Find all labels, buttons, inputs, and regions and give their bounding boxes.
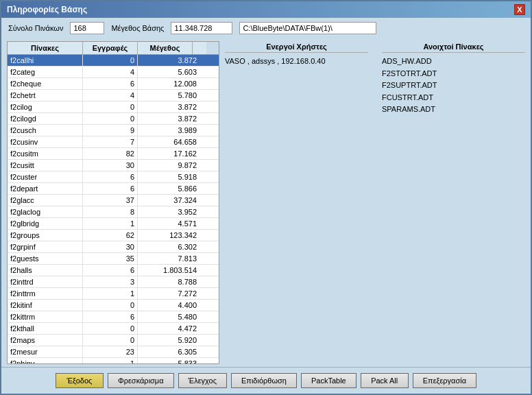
table-row[interactable]: f2cilogd03.872	[8, 113, 219, 125]
table-row[interactable]: f2cusch93.989	[8, 125, 219, 136]
cell-name: f2callhi	[8, 55, 83, 66]
cell-size: 4.472	[138, 323, 200, 334]
refresh-button[interactable]: Φρεσκάρισμα	[108, 373, 174, 388]
table-row[interactable]: f2glbridg14.571	[8, 218, 219, 230]
table-row[interactable]: f2cheque612.008	[8, 78, 219, 90]
check-button[interactable]: Έλεγχος	[178, 373, 227, 388]
cell-size: 123.342	[138, 230, 200, 241]
content-area: Πίνακες Εγγραφές Μέγεθος f2callhi03.872f…	[1, 38, 531, 367]
active-users-panel: Ενεργοί Χρήστες VASO , adssys , 192.168.…	[225, 41, 368, 364]
total-label: Σύνολο Πινάκων	[8, 24, 63, 32]
cell-size: 4.400	[138, 300, 200, 311]
cell-records: 1	[83, 358, 138, 364]
size-input[interactable]	[171, 22, 232, 34]
cell-records: 3	[83, 276, 138, 287]
info-panels: Ενεργοί Χρήστες VASO , adssys , 192.168.…	[225, 41, 525, 364]
exit-button[interactable]: Έξοδος	[56, 373, 104, 388]
cell-name: f2depart	[8, 183, 83, 194]
table-row[interactable]: f2mesur236.305	[8, 346, 219, 358]
cell-size: 3.989	[138, 125, 200, 136]
cell-records: 0	[83, 55, 138, 66]
table-row[interactable]: f2grpinf306.302	[8, 241, 219, 253]
table-row[interactable]: f2kthall04.472	[8, 323, 219, 335]
cell-records: 0	[83, 323, 138, 334]
cell-name: f2inttrm	[8, 288, 83, 299]
cell-records: 4	[83, 67, 138, 77]
table-row[interactable]: f2guests357.813	[8, 253, 219, 265]
open-table-item: SPARAMS.ADT	[382, 104, 525, 116]
cell-records: 30	[83, 241, 138, 252]
cell-name: f2maps	[8, 335, 83, 346]
cell-size: 3.872	[138, 55, 200, 66]
table-row[interactable]: f2chetrt45.780	[8, 90, 219, 101]
table-row[interactable]: f2cusitt309.872	[8, 160, 219, 171]
cell-name: f2kthall	[8, 323, 83, 334]
pack-table-button[interactable]: PackTable	[301, 373, 356, 388]
path-input[interactable]	[239, 22, 376, 34]
table-row[interactable]: f2inttrm17.272	[8, 288, 219, 300]
col-header-size: Μέγεθος	[138, 42, 193, 54]
table-row[interactable]: f2depart65.866	[8, 183, 219, 195]
cell-records: 35	[83, 253, 138, 264]
cell-records: 0	[83, 113, 138, 124]
cell-name: f2cusch	[8, 125, 83, 136]
table-row[interactable]: f2glaclog83.952	[8, 206, 219, 218]
cell-records: 6	[83, 78, 138, 89]
table-row[interactable]: f2callhi03.872	[8, 55, 219, 67]
cell-records: 6	[83, 311, 138, 322]
total-input[interactable]	[70, 22, 104, 34]
cell-records: 6	[83, 265, 138, 276]
cell-name: f2custer	[8, 171, 83, 182]
cell-name: f2kittrm	[8, 311, 83, 322]
cell-name: f2halls	[8, 265, 83, 276]
cell-records: 8	[83, 206, 138, 217]
table-row[interactable]: f2groups62123.342	[8, 230, 219, 241]
table-row[interactable]: f2custer65.918	[8, 171, 219, 183]
cell-size: 6.305	[138, 346, 200, 357]
table-row[interactable]: f2kitinf04.400	[8, 300, 219, 311]
processing-button[interactable]: Επεξεργασία	[413, 373, 476, 388]
table-row[interactable]: f2categ45.603	[8, 67, 219, 78]
cell-name: f2groups	[8, 230, 83, 241]
cell-size: 4.571	[138, 218, 200, 229]
cell-records: 82	[83, 148, 138, 159]
cell-records: 4	[83, 90, 138, 101]
table-row[interactable]: f2cilog03.872	[8, 101, 219, 113]
cell-size: 37.324	[138, 195, 200, 206]
cell-name: f2phinv	[8, 358, 83, 364]
cell-records: 62	[83, 230, 138, 241]
table-row[interactable]: f2kittrm65.480	[8, 311, 219, 323]
cell-size: 5.480	[138, 311, 200, 322]
table-row[interactable]: f2maps05.920	[8, 335, 219, 346]
cell-records: 0	[83, 300, 138, 311]
cell-name: f2cusinv	[8, 136, 83, 147]
cell-size: 3.872	[138, 113, 200, 124]
repair-button[interactable]: Επιδιόρθωση	[231, 373, 297, 388]
pack-all-button[interactable]: Pack All	[361, 373, 409, 388]
table-section: Πίνακες Εγγραφές Μέγεθος f2callhi03.872f…	[7, 41, 219, 364]
right-section: Ενεργοί Χρήστες VASO , adssys , 192.168.…	[225, 41, 525, 364]
table-row[interactable]: f2cusitm8217.162	[8, 148, 219, 160]
table-body[interactable]: f2callhi03.872f2categ45.603f2cheque612.0…	[7, 54, 219, 364]
close-button[interactable]: X	[514, 4, 525, 15]
table-row[interactable]: f2glacc3737.324	[8, 195, 219, 206]
table-row[interactable]: f2phinv15.833	[8, 358, 219, 364]
cell-size: 3.952	[138, 206, 200, 217]
cell-name: f2chetrt	[8, 90, 83, 101]
cell-name: f2cheque	[8, 78, 83, 89]
title-bar: Πληροφορίες Βάσης X	[1, 1, 531, 18]
cell-records: 6	[83, 171, 138, 182]
table-header: Πίνακες Εγγραφές Μέγεθος	[7, 41, 219, 54]
table-row[interactable]: f2halls61.803.514	[8, 265, 219, 276]
cell-size: 5.780	[138, 90, 200, 101]
cell-name: f2glaclog	[8, 206, 83, 217]
cell-records: 0	[83, 335, 138, 346]
open-tables-panel: Ανοιχτοί Πίνακες ADS_HW.ADDF2STOTRT.ADTF…	[382, 41, 525, 364]
open-tables-content: ADS_HW.ADDF2STOTRT.ADTF2SUPTRT.ADTFCUSTR…	[382, 56, 525, 116]
cell-records: 23	[83, 346, 138, 357]
cell-name: f2categ	[8, 67, 83, 77]
table-row[interactable]: f2inttrd38.788	[8, 276, 219, 288]
cell-size: 5.918	[138, 171, 200, 182]
table-row[interactable]: f2cusinv764.658	[8, 136, 219, 148]
cell-size: 5.833	[138, 358, 200, 364]
